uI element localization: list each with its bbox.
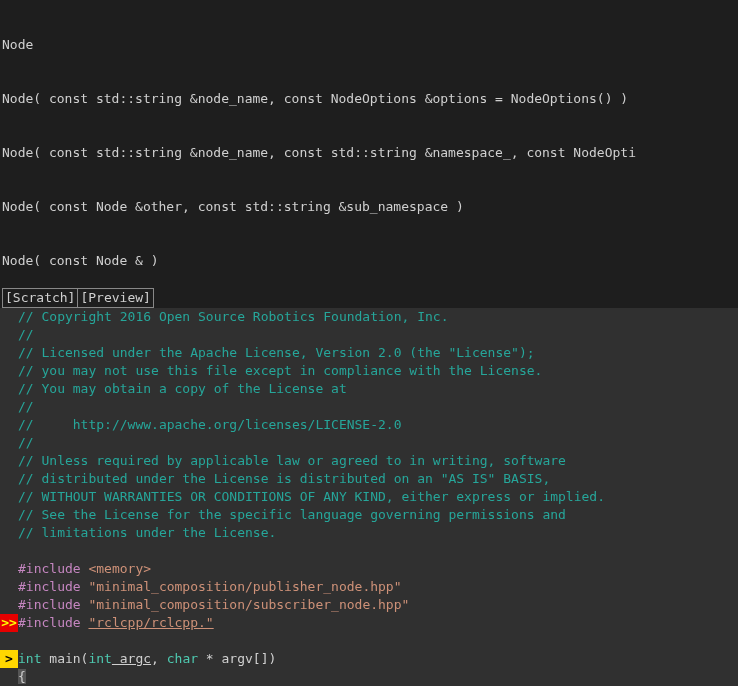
comment: // <box>18 327 34 342</box>
func-name: main( <box>41 651 88 666</box>
hint-line: Node( const Node &other, const std::stri… <box>2 198 736 216</box>
param: * argv[] <box>198 651 268 666</box>
comment: // http://www.apache.org/licenses/LICENS… <box>18 417 402 432</box>
include-kw: #include <box>18 561 81 576</box>
hint-line: Node( const std::string &node_name, cons… <box>2 90 736 108</box>
comment: // <box>18 399 34 414</box>
tab-preview[interactable]: [Preview] <box>77 288 153 308</box>
comment: // You may obtain a copy of the License … <box>18 381 347 396</box>
tab-bar: [Scratch][Preview] <box>0 288 738 308</box>
comment: // Unless required by applicable law or … <box>18 453 566 468</box>
comment: // See the License for the specific lang… <box>18 507 566 522</box>
param: argc <box>112 651 151 666</box>
include-kw: #include <box>18 579 81 594</box>
include-kw: #include <box>18 597 81 612</box>
comment: // you may not use this file except in c… <box>18 363 542 378</box>
comment: // distributed under the License is dist… <box>18 471 550 486</box>
comment: // Copyright 2016 Open Source Robotics F… <box>18 309 448 324</box>
include-path: "minimal_composition/subscriber_node.hpp… <box>88 597 409 612</box>
include-path-error: "rclcpp/rclcpp." <box>88 615 213 630</box>
comment: // <box>18 435 34 450</box>
warning-marker[interactable]: > <box>0 650 18 668</box>
signature-hint-panel: Node Node( const std::string &node_name,… <box>0 0 738 288</box>
type: int <box>18 651 41 666</box>
include-path: <memory> <box>88 561 151 576</box>
brace: { <box>18 669 26 684</box>
type: char <box>167 651 198 666</box>
comment: // limitations under the License. <box>18 525 276 540</box>
type: int <box>88 651 111 666</box>
hint-line: Node( const std::string &node_name, cons… <box>2 144 736 162</box>
error-marker[interactable]: >> <box>0 614 18 632</box>
hint-line: Node <box>2 36 736 54</box>
comment: // WITHOUT WARRANTIES OR CONDITIONS OF A… <box>18 489 605 504</box>
comment: // Licensed under the Apache License, Ve… <box>18 345 535 360</box>
hint-line: Node( const Node & ) <box>2 252 736 270</box>
include-kw: #include <box>18 615 81 630</box>
code-editor[interactable]: // Copyright 2016 Open Source Robotics F… <box>0 308 738 686</box>
tab-scratch[interactable]: [Scratch] <box>2 288 78 308</box>
include-path: "minimal_composition/publisher_node.hpp" <box>88 579 401 594</box>
